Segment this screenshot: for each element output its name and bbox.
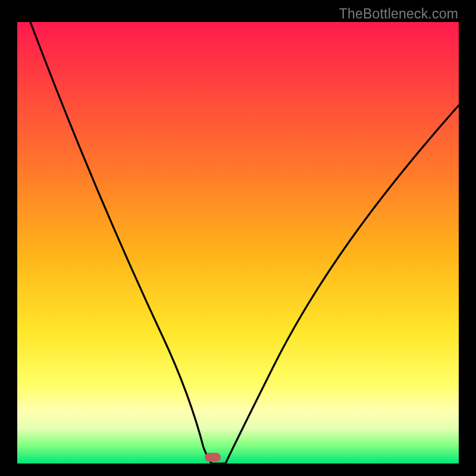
plot-area: [17, 22, 459, 464]
chart-frame: TheBottleneck.com: [0, 0, 476, 476]
bottleneck-curve: [17, 22, 459, 464]
optimum-marker: [205, 453, 221, 462]
watermark-text: TheBottleneck.com: [339, 6, 458, 22]
curve-path: [30, 22, 459, 464]
